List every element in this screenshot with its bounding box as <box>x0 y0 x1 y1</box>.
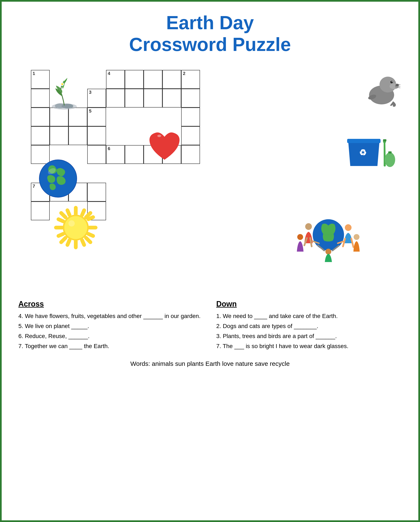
down-clues: Down 1. We need to ____ and take care of… <box>216 300 402 352</box>
cell-r3c3[interactable] <box>69 107 87 126</box>
svg-line-33 <box>68 210 69 215</box>
svg-line-28 <box>86 238 90 242</box>
svg-point-47 <box>325 249 331 254</box>
cell-r4c4[interactable] <box>87 126 106 145</box>
across-title: Across <box>18 300 204 308</box>
sun-icon <box>52 204 100 252</box>
svg-rect-18 <box>347 139 381 143</box>
svg-point-21 <box>385 153 395 167</box>
cell-r2c5[interactable] <box>106 89 125 107</box>
down-clue-3: 3. Plants, trees and birds are a part of… <box>216 332 402 341</box>
down-title: Down <box>216 300 402 308</box>
svg-line-36 <box>88 217 93 219</box>
cell-r5c6[interactable] <box>125 145 144 164</box>
across-clue-5: 5. We live on planet _____. <box>18 322 204 330</box>
recycle-bin-icon: ♻ <box>344 130 403 172</box>
svg-point-46 <box>354 234 359 240</box>
cell-r3c9[interactable] <box>181 107 200 126</box>
svg-line-32 <box>88 234 93 236</box>
seal-icon <box>361 68 403 110</box>
svg-line-34 <box>82 240 84 245</box>
cell-r4c2[interactable] <box>50 126 69 145</box>
cell-r1c6[interactable] <box>125 70 144 89</box>
cell-r3c2[interactable] <box>50 107 69 126</box>
people-globe-icon <box>292 201 365 264</box>
cell-2-1[interactable] <box>31 89 50 107</box>
page: Earth Day Crossword Puzzle 1 5 <box>0 0 420 522</box>
cell-r1c9[interactable]: 2 <box>181 70 200 89</box>
svg-point-12 <box>390 81 393 83</box>
cell-r1c8[interactable] <box>162 70 181 89</box>
svg-rect-22 <box>388 151 392 154</box>
svg-point-45 <box>297 234 303 240</box>
svg-line-38 <box>68 240 69 245</box>
cell-r1c5[interactable]: 4 <box>106 70 125 89</box>
cell-4-1[interactable] <box>31 126 50 145</box>
cell-r4c3[interactable] <box>69 126 87 145</box>
cell-r2c8[interactable] <box>162 89 181 107</box>
globe-icon <box>37 158 79 200</box>
svg-point-2 <box>61 104 73 108</box>
svg-line-35 <box>58 234 63 236</box>
cell-r1c7[interactable] <box>144 70 162 89</box>
cell-r2c6[interactable] <box>125 89 144 107</box>
svg-line-37 <box>82 210 84 215</box>
svg-point-13 <box>392 81 392 82</box>
across-clue-7: 7. Together we can ____ the Earth. <box>18 342 204 351</box>
svg-rect-20 <box>383 139 386 141</box>
words-line: Words: animals sun plants Earth love nat… <box>10 360 410 367</box>
svg-point-40 <box>64 216 87 239</box>
cell-r5c5[interactable]: 6 <box>106 145 125 164</box>
down-clue-2: 2. Dogs and cats are types of _______. <box>216 322 402 330</box>
svg-point-4 <box>61 83 63 85</box>
cell-r3c4[interactable]: 5 <box>87 107 106 126</box>
crossword-area: 1 5 3 4 <box>10 61 410 291</box>
cell-r5c4[interactable] <box>87 145 106 164</box>
cell-r2-col9-extra[interactable] <box>181 89 200 107</box>
svg-point-44 <box>345 224 351 231</box>
down-clue-7: 7. The ___ is so bright I have to wear d… <box>216 342 402 351</box>
svg-line-31 <box>58 219 63 221</box>
svg-point-43 <box>305 223 312 230</box>
down-clue-1: 1. We need to ____ and take care of the … <box>216 312 402 321</box>
cell-r2c7[interactable] <box>144 89 162 107</box>
plant-icon <box>49 74 80 110</box>
page-title: Earth Day Crossword Puzzle <box>10 12 410 55</box>
cell-1-1[interactable]: 1 <box>31 70 50 89</box>
svg-line-27 <box>61 213 66 217</box>
cell-3-1[interactable] <box>31 107 50 126</box>
clues-section: Across 4. We have flowers, fruits, veget… <box>10 300 410 352</box>
cell-r8c1[interactable] <box>31 201 50 220</box>
across-clue-4: 4. We have flowers, fruits, vegetables a… <box>18 312 204 321</box>
svg-line-30 <box>61 238 66 242</box>
svg-text:♻: ♻ <box>359 148 367 157</box>
heart-icon <box>144 124 185 166</box>
cell-r7c4[interactable] <box>87 183 106 201</box>
svg-point-41 <box>69 220 75 227</box>
across-clues: Across 4. We have flowers, fruits, veget… <box>18 300 204 352</box>
cell-r2c4[interactable]: 3 <box>87 89 106 107</box>
across-clue-6: 6. Reduce, Reuse, ______. <box>18 332 204 341</box>
